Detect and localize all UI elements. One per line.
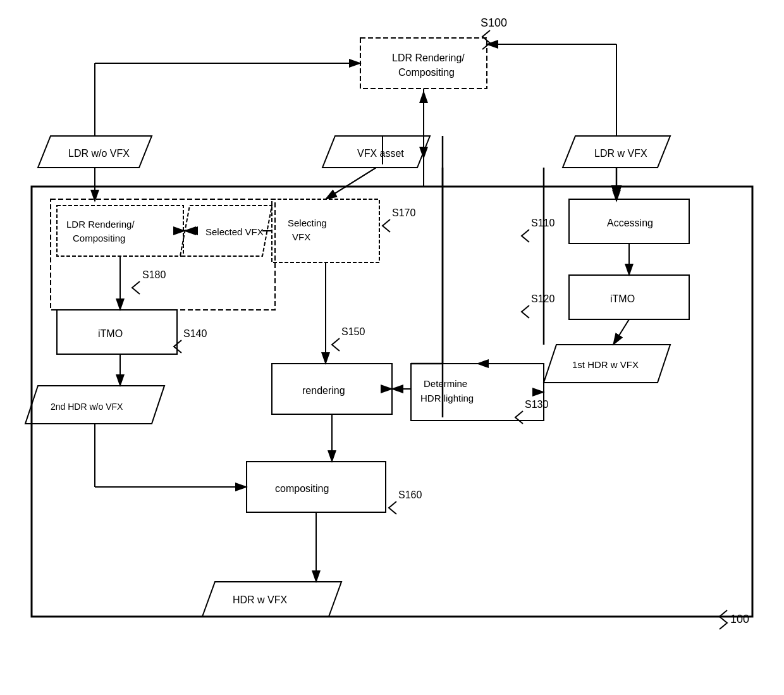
s120-label: S120 (531, 293, 554, 304)
vfx-asset-label: VFX asset (357, 148, 404, 159)
line-vfx-to-selecting (326, 168, 376, 199)
accessing-label: Accessing (607, 218, 653, 228)
inner-dashed-box-left (51, 199, 275, 310)
ldr-wo-vfx-label: LDR w/o VFX (68, 148, 130, 159)
s180-label: S180 (142, 269, 166, 280)
itmo-left-label: iTMO (98, 328, 123, 339)
second-hdr-wo-vfx-label: 2nd HDR w/o VFX (51, 402, 123, 412)
ldr-rendering-top-label: LDR Rendering/ (392, 52, 465, 63)
diagram-container: S100 LDR Rendering/ Compositing LDR w/o … (0, 0, 784, 695)
ldr-rendering-top-label2: Compositing (398, 67, 455, 78)
ldr-rendering-inner-label1: LDR Rendering/ (66, 219, 135, 230)
determine-hdr-box (411, 364, 544, 421)
arrow-itmo-to-1sthdr (613, 319, 629, 345)
rendering-label: rendering (302, 385, 345, 396)
s110-label: S110 (531, 218, 554, 228)
ldr-rendering-inner-box (57, 206, 183, 256)
s140-label: S140 (183, 328, 207, 339)
s150-label: S150 (341, 326, 365, 337)
determine-hdr-label2: HDR lighting (420, 393, 474, 403)
selecting-vfx-label2: VFX (292, 231, 310, 242)
first-hdr-w-vfx-label: 1st HDR w VFX (572, 359, 639, 370)
selecting-vfx-box (272, 199, 379, 262)
ldr-rendering-top-box (360, 38, 487, 89)
main-box-label: 100 (730, 613, 749, 625)
s100-label: S100 (481, 16, 507, 29)
compositing-label: compositing (275, 483, 329, 494)
s160-label: S160 (398, 489, 422, 500)
determine-hdr-label1: Determine (424, 378, 467, 389)
ldr-w-vfx-label: LDR w VFX (594, 148, 647, 159)
selected-vfx-label: Selected VFX (205, 226, 264, 237)
ldr-rendering-inner-label2: Compositing (73, 233, 125, 243)
selecting-vfx-label1: Selecting (288, 218, 327, 228)
s130-label: S130 (525, 399, 548, 410)
s170-label: S170 (392, 207, 415, 218)
itmo-right-label: iTMO (610, 293, 635, 304)
hdr-w-vfx-label: HDR w VFX (233, 594, 288, 605)
